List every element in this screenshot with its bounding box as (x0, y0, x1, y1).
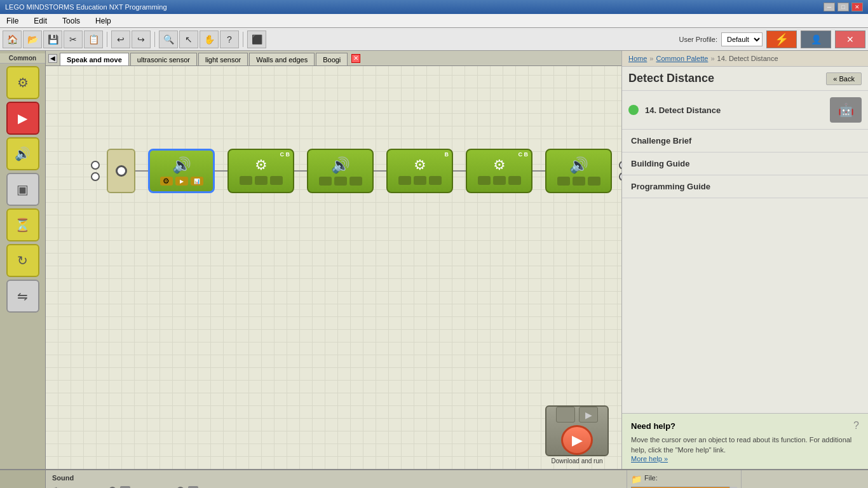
sound-block-2[interactable]: 🔊 (307, 149, 374, 193)
help-question-icon[interactable]: ? (853, 420, 859, 431)
tab-light[interactable]: light sensor (198, 53, 248, 65)
move-block-3[interactable]: C B ⚙ (466, 149, 532, 193)
toolbar-profile-btn[interactable]: 👤 (801, 30, 831, 48)
program-area: 🔊 ⚙ ▶ 📊 C B ⚙ (84, 149, 621, 193)
toolbar-btn-help[interactable]: ? (220, 30, 239, 48)
menu-edit[interactable]: Edit (30, 15, 51, 27)
challenge-brief-section[interactable]: Challenge Brief (622, 130, 868, 152)
breadcrumb: Home » Common Palette » 14. Detect Dista… (622, 51, 868, 67)
mb3-2 (493, 176, 506, 185)
tab-ultrasonic[interactable]: ultrasonic sensor (130, 53, 197, 65)
sound-block-1[interactable]: 🔊 ⚙ ▶ 📊 (148, 149, 215, 193)
menu-file[interactable]: File (3, 15, 22, 27)
mc3 (270, 176, 283, 185)
window-title: LEGO MINDSTORMS Education NXT Programmin… (5, 3, 167, 11)
sidebar-block-move[interactable]: ⚙ (6, 66, 39, 99)
challenge-name: 14. Detect Distance (645, 105, 721, 115)
menu-help[interactable]: Help (92, 15, 115, 27)
breadcrumb-home[interactable]: Home (628, 55, 647, 62)
file-folder-icon: 📁 (631, 474, 642, 484)
toolbar-btn-undo[interactable]: ↩ (111, 30, 130, 48)
toolbar: 🏠 📂 💾 ✂ 📋 ↩ ↪ 🔍 ↖ ✋ ? ⬛ User Profile: De… (0, 28, 868, 51)
programming-guide-section[interactable]: Programming Guide (622, 175, 868, 198)
toolbar-btn-3[interactable]: 💾 (43, 30, 62, 48)
tab-minimize-btn[interactable]: ◀ (48, 54, 57, 63)
file-header: 📁 File: (631, 474, 737, 484)
close-button[interactable]: ✕ (851, 3, 863, 11)
connector-5 (453, 170, 466, 172)
download-label: Download and run (545, 458, 609, 464)
toolbar-btn-1[interactable]: 🏠 (3, 30, 22, 48)
menubar: File Edit Tools Help (0, 14, 868, 28)
toolbar-separator-3 (243, 32, 243, 47)
toolbar-btn-zoom[interactable]: 🔍 (159, 30, 178, 48)
breadcrumb-current: 14. Detect Distance (717, 55, 778, 62)
menu-tools[interactable]: Tools (58, 15, 84, 27)
sc1 (319, 177, 332, 186)
download-panel-bg: ▶ ▶ (545, 405, 609, 456)
toolbar-btn-hand[interactable]: ✋ (200, 30, 219, 48)
toolbar-btn-redo[interactable]: ↪ (132, 30, 151, 48)
move-icon-2: ⚙ (414, 157, 426, 173)
maximize-button[interactable]: □ (837, 3, 849, 11)
action-row: ⚙ Action: ♪ Sound File ~ Tone (52, 485, 620, 488)
mb3 (429, 176, 442, 185)
sound-controls-3 (557, 177, 600, 186)
more-help-link[interactable]: More help » (631, 455, 859, 463)
download-run-button[interactable]: ▶ (561, 425, 593, 455)
user-profile-label: User Profile: (679, 36, 717, 43)
sidebar-block-sound[interactable]: 🔊 (6, 137, 39, 170)
canvas[interactable]: 🔊 ⚙ ▶ 📊 C B ⚙ (46, 66, 621, 469)
toolbar-btn-cursor[interactable]: ↖ (179, 30, 198, 48)
move-block-3-label: C B (519, 151, 529, 158)
sidebar-block-wait[interactable]: ⏳ (6, 208, 39, 241)
back-button[interactable]: « Back (826, 72, 862, 85)
sb3-3 (588, 177, 600, 186)
tab-close-btn[interactable]: ✕ (351, 54, 360, 63)
mc2 (255, 176, 268, 185)
sound-block-3[interactable]: 🔊 (545, 149, 612, 193)
sb3-2 (573, 177, 585, 186)
move-block-1[interactable]: C B ⚙ (227, 149, 294, 193)
help-header: Need help? ? (631, 420, 859, 431)
sound-controls-2 (319, 177, 362, 186)
toolbar-close-btn[interactable]: ✕ (835, 30, 865, 48)
start-dot-bottom (91, 172, 100, 181)
building-guide-section[interactable]: Building Guide (622, 152, 868, 175)
sidebar-block-loop[interactable]: ↻ (6, 244, 39, 277)
tab-walls[interactable]: Walls and edges (249, 53, 315, 65)
move-block-2[interactable]: B ⚙ (386, 149, 453, 193)
toolbar-btn-4[interactable]: ✂ (64, 30, 83, 48)
sidebar-block-switch[interactable]: ⇋ (6, 280, 39, 313)
bottom-sound-icon: 🔊 (0, 470, 46, 488)
tab-boogi[interactable]: Boogi (316, 53, 348, 65)
user-profile-select[interactable]: Default (721, 32, 763, 46)
toolbar-btn-nxt[interactable]: ⬛ (247, 30, 266, 48)
toolbar-btn-2[interactable]: 📂 (23, 30, 42, 48)
start-connector (84, 149, 107, 193)
mb3-1 (478, 176, 491, 185)
toolbar-btn-5[interactable]: 📋 (84, 30, 103, 48)
breadcrumb-palette[interactable]: Common Palette (656, 55, 708, 62)
move-icon-3: ⚙ (493, 157, 506, 173)
move-controls-3 (478, 176, 521, 185)
titlebar: LEGO MINDSTORMS Education NXT Programmin… (0, 0, 868, 14)
sidebar-label: Common (0, 53, 45, 64)
ctrl-play-1: ▶ (175, 177, 188, 186)
minimize-button[interactable]: ─ (824, 3, 835, 11)
sound-controls-1: ⚙ ▶ 📊 (160, 177, 203, 186)
sidebar-block-record[interactable]: ▶ (6, 102, 39, 135)
start-block[interactable] (107, 149, 135, 193)
sidebar-block-display[interactable]: ▣ (6, 173, 39, 206)
center-area: ◀ Speak and move ultrasonic sensor light… (46, 51, 621, 469)
sc2 (334, 177, 347, 186)
tabs-bar: ◀ Speak and move ultrasonic sensor light… (46, 51, 621, 66)
toolbar-connect-btn[interactable]: ⚡ (766, 30, 797, 48)
start-dot-top (91, 161, 100, 170)
move-block-1-label: C B (280, 151, 290, 158)
mb3-3 (508, 176, 521, 185)
move-controls-1 (240, 176, 283, 185)
sound-icon-1: 🔊 (172, 156, 191, 174)
tab-speak-move[interactable]: Speak and move (60, 53, 129, 65)
challenge-robot-image: 🤖 (830, 97, 862, 123)
